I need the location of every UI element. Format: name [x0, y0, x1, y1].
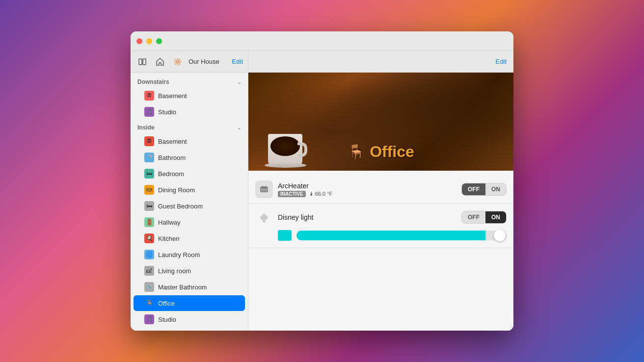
- house-name: Our House: [188, 58, 228, 65]
- downstairs-studio-label: Studio: [158, 108, 176, 116]
- studio-icon: 🎵: [144, 107, 154, 117]
- disney-light-name: Disney light: [278, 213, 456, 221]
- section-inside[interactable]: Inside ⌄: [131, 120, 248, 133]
- sidebar: Our House Edit Downstairs ⌄ 🏚 Basement 🎵…: [131, 51, 248, 331]
- section-downstairs-label: Downstairs: [137, 78, 169, 85]
- minimize-button[interactable]: [146, 38, 152, 44]
- guest-bedroom-icon: 🛏: [144, 201, 154, 211]
- laundry-room-label: Laundry Room: [158, 251, 200, 259]
- archeater-toggle[interactable]: OFF ON: [461, 183, 507, 196]
- svg-rect-4: [261, 188, 263, 191]
- svg-rect-0: [139, 59, 142, 65]
- content-edit-button[interactable]: Edit: [496, 58, 507, 65]
- living-room-icon: 🛋: [144, 266, 154, 276]
- svg-rect-7: [261, 186, 268, 188]
- bedroom-label: Bedroom: [158, 170, 184, 178]
- cup-saucer: [265, 163, 306, 168]
- archeater-device-row: ArcHeater INACTIVE 🌡 66.0 °F OFF ON: [248, 176, 513, 204]
- inside-studio-icon: 🎵: [144, 314, 154, 324]
- titlebar: [131, 31, 513, 51]
- office-label: Office: [158, 300, 175, 307]
- archeater-name: ArcHeater: [278, 182, 456, 190]
- sidebar-item-bedroom[interactable]: 🛏 Bedroom: [134, 166, 245, 181]
- disney-light-icon-wrap: [255, 208, 273, 226]
- disney-light-toggle-off[interactable]: OFF: [462, 211, 485, 223]
- kitchen-label: Kitchen: [158, 235, 179, 242]
- hero-decoration: [268, 117, 312, 166]
- living-room-label: Living room: [158, 267, 191, 275]
- disney-light-icon: [258, 211, 270, 223]
- close-button[interactable]: [136, 38, 142, 44]
- hero-room-name: Office: [370, 143, 414, 161]
- inside-basement-label: Basement: [158, 138, 187, 145]
- archeater-temp: 🌡 66.0 °F: [309, 191, 333, 197]
- home-button[interactable]: [153, 55, 167, 69]
- hero-title: 🪑 Office: [348, 143, 414, 161]
- sidebar-item-dining-room[interactable]: 🍽 Dining Room: [134, 182, 245, 198]
- slider-thumb[interactable]: [494, 230, 506, 241]
- bathroom-icon: 🚿: [144, 153, 154, 162]
- sidebar-item-inside-basement[interactable]: 🏚 Basement: [134, 133, 245, 149]
- sidebar-item-downstairs-basement[interactable]: 🏚 Basement: [134, 88, 245, 103]
- downstairs-basement-label: Basement: [158, 92, 187, 100]
- svg-rect-1: [143, 59, 146, 65]
- sidebar-edit-button[interactable]: Edit: [232, 58, 243, 65]
- disney-light-toggle[interactable]: OFF ON: [461, 211, 507, 224]
- section-downstairs[interactable]: Downstairs ⌄: [131, 75, 248, 87]
- sidebar-item-hallway[interactable]: 🚪 Hallway: [134, 214, 245, 230]
- sidebar-item-office[interactable]: 🪑 Office: [134, 295, 245, 311]
- disney-light-info: Disney light: [278, 213, 456, 221]
- chevron-down-icon: ⌄: [237, 79, 241, 85]
- svg-point-2: [177, 60, 179, 63]
- archeater-toggle-on[interactable]: ON: [485, 183, 506, 195]
- section-outside[interactable]: Outside ⌄: [131, 328, 248, 331]
- cup-coffee: [270, 136, 300, 156]
- hallway-label: Hallway: [158, 219, 181, 226]
- laundry-room-icon: 🌀: [144, 250, 154, 259]
- hero-room-icon: 🪑: [348, 144, 365, 160]
- sidebar-item-laundry-room[interactable]: 🌀 Laundry Room: [134, 247, 245, 262]
- svg-rect-5: [264, 188, 265, 191]
- archeater-temp-value: 66.0 °F: [315, 191, 333, 197]
- devices-list: ArcHeater INACTIVE 🌡 66.0 °F OFF ON: [248, 171, 513, 331]
- cup-handle: [297, 142, 307, 157]
- sidebar-item-living-room[interactable]: 🛋 Living room: [134, 263, 245, 279]
- archeater-status-row: INACTIVE 🌡 66.0 °F: [278, 191, 456, 197]
- chevron-inside-icon: ⌄: [237, 125, 241, 130]
- sidebar-item-master-bathroom[interactable]: 🚿 Master Bathroom: [134, 279, 245, 295]
- disney-light-top: Disney light OFF ON: [255, 208, 507, 226]
- sidebar-item-kitchen[interactable]: 🍳 Kitchen: [134, 231, 245, 246]
- sidebar-toolbar: Our House Edit: [131, 51, 248, 73]
- dining-room-icon: 🍽: [144, 185, 154, 195]
- panel-toggle-button[interactable]: [135, 55, 149, 69]
- gear-icon: [174, 58, 182, 66]
- home-icon: [156, 57, 164, 66]
- house-name-text: Our House: [188, 58, 219, 65]
- maximize-button[interactable]: [156, 38, 162, 44]
- dining-room-label: Dining Room: [158, 186, 195, 194]
- sidebar-item-bathroom[interactable]: 🚿 Bathroom: [134, 150, 245, 165]
- disney-light-device-row: Disney light OFF ON: [248, 204, 513, 248]
- light-brightness-slider[interactable]: [296, 231, 507, 240]
- archeater-icon: [259, 184, 269, 194]
- hallway-icon: 🚪: [144, 217, 154, 227]
- bathroom-label: Bathroom: [158, 154, 186, 161]
- main-layout: Our House Edit Downstairs ⌄ 🏚 Basement 🎵…: [131, 51, 513, 331]
- archeater-info: ArcHeater INACTIVE 🌡 66.0 °F: [278, 182, 456, 197]
- inside-studio-label: Studio: [158, 316, 176, 323]
- sidebar-item-inside-studio[interactable]: 🎵 Studio: [134, 311, 245, 327]
- disney-light-toggle-on[interactable]: ON: [485, 211, 506, 223]
- inside-basement-icon: 🏚: [144, 136, 154, 146]
- svg-rect-8: [263, 221, 265, 222]
- gear-button[interactable]: [171, 55, 185, 69]
- sidebar-item-downstairs-studio[interactable]: 🎵 Studio: [134, 104, 245, 120]
- basement-icon: 🏚: [144, 91, 154, 101]
- sidebar-item-guest-bedroom[interactable]: 🛏 Guest Bedroom: [134, 198, 245, 214]
- room-hero: 🪑 Office: [248, 73, 513, 171]
- archeater-toggle-off[interactable]: OFF: [462, 183, 485, 195]
- content-header: Edit: [248, 51, 513, 73]
- archeater-icon-wrap: [255, 181, 273, 198]
- light-color-swatch[interactable]: [278, 230, 292, 241]
- disney-light-slider-row: [255, 230, 507, 241]
- main-window: Our House Edit Downstairs ⌄ 🏚 Basement 🎵…: [131, 31, 513, 331]
